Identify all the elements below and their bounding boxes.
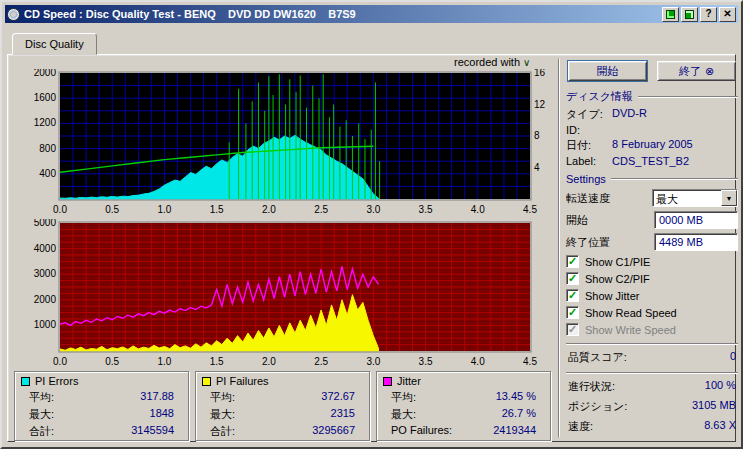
start-position-label: 開始	[566, 213, 588, 228]
svg-text:2.5: 2.5	[314, 356, 328, 367]
start-button-label: 開始	[597, 64, 619, 79]
show-c2-pif-checkbox[interactable]: ✓	[566, 272, 579, 285]
jitter-stats-title: Jitter	[383, 375, 544, 387]
quality-score-label: 品質スコア:	[568, 350, 627, 365]
exit-button-label: 終了	[679, 64, 701, 79]
svg-text:1600: 1600	[34, 92, 57, 103]
svg-text:3.5: 3.5	[419, 204, 433, 215]
close-button[interactable]: ✕	[719, 7, 736, 22]
tab-disc-quality[interactable]: Disc Quality	[12, 33, 97, 55]
stat-value: 372.67	[321, 390, 355, 405]
svg-text:4.0: 4.0	[471, 356, 485, 367]
button-row: 開始 終了⊗	[568, 61, 736, 81]
svg-text:3.5: 3.5	[419, 356, 433, 367]
pi-errors-stats-title: PI Errors	[21, 375, 182, 387]
jitter-stats: Jitter 平均:13.45 % 最大:26.7 % PO Failures:…	[376, 371, 551, 441]
recorded-with-control[interactable]: recorded with ∨	[454, 56, 530, 68]
checkbox-label: Show Write Speed	[585, 324, 676, 336]
stat-row: 平均:317.88	[21, 389, 182, 406]
exit-button[interactable]: 終了⊗	[657, 61, 736, 81]
pi-failures-stats-title: PI Failures	[202, 375, 363, 387]
svg-text:5000: 5000	[34, 219, 57, 228]
show-c1-pie-row: ✓ Show C1/PIE	[566, 255, 738, 268]
pi-errors-swatch-icon	[21, 377, 30, 386]
checkbox-label: Show C2/PIF	[585, 273, 650, 285]
svg-text:0.5: 0.5	[105, 356, 119, 367]
control-panel: 開始 終了⊗ ディスク情報 タイプ:DVD-R ID: 日付:8 Februar…	[566, 59, 738, 439]
pi-failures-stats: PI Failures 平均:372.67 最大:2315 合計:3295667	[195, 371, 370, 441]
svg-text:3000: 3000	[34, 268, 57, 279]
end-position-field[interactable]: 4489 MB	[654, 233, 738, 251]
svg-text:4000: 4000	[34, 243, 57, 254]
transfer-speed-select[interactable]: 最大 ▼	[652, 189, 738, 207]
transfer-speed-row: 転送速度 最大 ▼	[566, 189, 738, 207]
info-label: タイプ:	[566, 107, 612, 122]
start-button[interactable]: 開始	[568, 61, 647, 81]
help-button[interactable]: ?	[700, 7, 717, 22]
stat-label: 最大:	[391, 407, 416, 422]
pi-errors-speed-chart: 0.00.51.01.52.02.53.03.54.04.54008001200…	[10, 69, 558, 219]
speed-row: 速度: 8.63 X	[568, 419, 736, 434]
svg-text:1.5: 1.5	[210, 204, 224, 215]
stat-label: 最大:	[29, 407, 54, 422]
svg-text:1.0: 1.0	[157, 356, 171, 367]
stat-value: 3295667	[312, 424, 355, 439]
show-jitter-checkbox[interactable]: ✓	[566, 289, 579, 302]
svg-text:16: 16	[534, 69, 546, 78]
stat-row: PO Failures:2419344	[383, 423, 544, 437]
stat-label: PO Failures:	[391, 424, 452, 436]
stat-value: 2315	[331, 407, 355, 422]
start-position-row: 開始 0000 MB	[566, 211, 738, 229]
settings-caption: Settings	[566, 173, 606, 185]
show-read-speed-checkbox[interactable]: ✓	[566, 306, 579, 319]
window-title: CD Speed : Disc Quality Test - BENQ DVD …	[24, 8, 660, 20]
svg-text:0.5: 0.5	[105, 204, 119, 215]
stat-row: 最大:2315	[202, 406, 363, 423]
stats-row: PI Errors 平均:317.88 最大:1848 合計:3145594 P…	[14, 371, 551, 441]
chart-icon	[666, 10, 675, 19]
stat-row: 平均:13.45 %	[383, 389, 544, 406]
save-results-button[interactable]	[681, 7, 698, 22]
svg-text:1.0: 1.0	[157, 204, 171, 215]
show-graph-button[interactable]	[662, 7, 679, 22]
progress-value: 100 %	[705, 379, 736, 394]
svg-text:800: 800	[39, 143, 56, 154]
chevron-down-icon[interactable]: ▼	[721, 190, 737, 206]
disc-info-row: タイプ:DVD-R	[566, 107, 738, 122]
header-divider	[638, 96, 738, 98]
quality-score-row: 品質スコア: 0	[568, 350, 736, 365]
svg-text:0.0: 0.0	[53, 356, 67, 367]
quality-score-value: 0	[730, 350, 736, 365]
show-read-speed-row: ✓ Show Read Speed	[566, 306, 738, 319]
stat-value: 3145594	[131, 424, 174, 439]
end-position-row: 終了位置 4489 MB	[566, 233, 738, 251]
stat-row: 最大:1848	[21, 406, 182, 423]
disc-info-row: ID:	[566, 124, 738, 136]
svg-text:12: 12	[534, 99, 546, 110]
tab-page: recorded with ∨ 0.00.51.01.52.02.53.03.5…	[7, 54, 736, 442]
info-label: 日付:	[566, 138, 612, 153]
stat-label: 合計:	[210, 424, 235, 439]
header-divider	[611, 178, 738, 180]
checkbox-label: Show C1/PIE	[585, 256, 650, 268]
stats-title-label: PI Errors	[35, 375, 78, 387]
info-label: ID:	[566, 124, 612, 136]
svg-text:4: 4	[534, 162, 540, 173]
show-c1-pie-checkbox[interactable]: ✓	[566, 255, 579, 268]
titlebar: CD Speed : Disc Quality Test - BENQ DVD …	[5, 5, 738, 23]
stat-value: 26.7 %	[502, 407, 536, 422]
start-position-field[interactable]: 0000 MB	[654, 211, 738, 229]
divider	[566, 372, 738, 374]
svg-text:2.0: 2.0	[262, 356, 276, 367]
progress-label: 進行状況:	[568, 379, 615, 394]
stat-label: 最大:	[210, 407, 235, 422]
disc-icon	[685, 10, 694, 19]
stat-label: 平均:	[391, 390, 416, 405]
svg-text:1000: 1000	[34, 319, 57, 330]
svg-text:4.5: 4.5	[523, 356, 537, 367]
pi-failures-swatch-icon	[202, 377, 211, 386]
app-icon	[7, 8, 20, 21]
chevron-down-icon[interactable]: ∨	[523, 57, 530, 68]
disc-info-header: ディスク情報	[566, 89, 738, 104]
svg-text:3.0: 3.0	[366, 204, 380, 215]
